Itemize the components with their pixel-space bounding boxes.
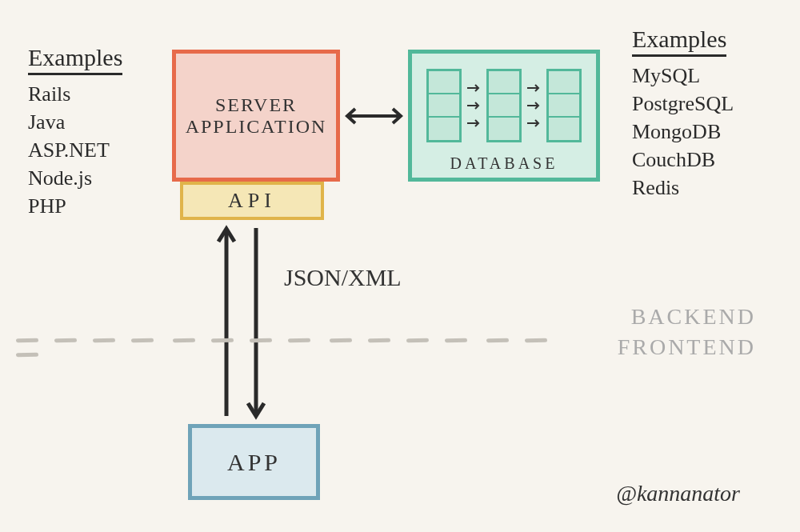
app-box: APP bbox=[188, 424, 320, 500]
api-box: API bbox=[180, 182, 324, 220]
db-relation-arrows-icon bbox=[527, 83, 542, 128]
backend-frontend-divider bbox=[16, 331, 600, 336]
examples-list-right: MySQL PostgreSQL MongoDB CouchDB Redis bbox=[632, 62, 734, 202]
backend-section-label: BACKEND bbox=[631, 304, 756, 330]
example-item: PHP bbox=[28, 192, 122, 220]
example-item: ASP.NET bbox=[28, 136, 122, 164]
example-item: MongoDB bbox=[632, 118, 734, 146]
api-app-arrows-icon bbox=[212, 224, 276, 420]
example-item: MySQL bbox=[632, 62, 734, 90]
server-application-label: SERVER APPLICATION bbox=[186, 94, 327, 138]
server-application-box: SERVER APPLICATION bbox=[172, 50, 340, 182]
db-table-icon bbox=[486, 69, 522, 142]
examples-header-left: Examples bbox=[28, 44, 122, 75]
db-relation-arrows-icon bbox=[467, 83, 482, 128]
example-item: CouchDB bbox=[632, 146, 734, 174]
database-tables-icon bbox=[426, 65, 582, 146]
examples-list-left: Rails Java ASP.NET Node.js PHP bbox=[28, 80, 122, 220]
database-examples: Examples MySQL PostgreSQL MongoDB CouchD… bbox=[632, 26, 734, 202]
example-item: Redis bbox=[632, 174, 734, 202]
api-label: API bbox=[228, 189, 276, 213]
database-label: DATABASE bbox=[412, 154, 596, 173]
app-label: APP bbox=[227, 449, 281, 476]
example-item: PostgreSQL bbox=[632, 90, 734, 118]
db-table-icon bbox=[426, 69, 462, 142]
author-credit: @kannanator bbox=[616, 481, 740, 506]
server-examples: Examples Rails Java ASP.NET Node.js PHP bbox=[28, 44, 122, 220]
database-box: DATABASE bbox=[408, 50, 600, 182]
example-item: Node.js bbox=[28, 164, 122, 192]
payload-format-label: JSON/XML bbox=[284, 264, 402, 291]
example-item: Rails bbox=[28, 80, 122, 108]
examples-header-right: Examples bbox=[632, 26, 726, 57]
server-database-arrow-icon bbox=[344, 104, 404, 128]
example-item: Java bbox=[28, 108, 122, 136]
db-table-icon bbox=[546, 69, 582, 142]
frontend-section-label: FRONTEND bbox=[618, 334, 756, 360]
